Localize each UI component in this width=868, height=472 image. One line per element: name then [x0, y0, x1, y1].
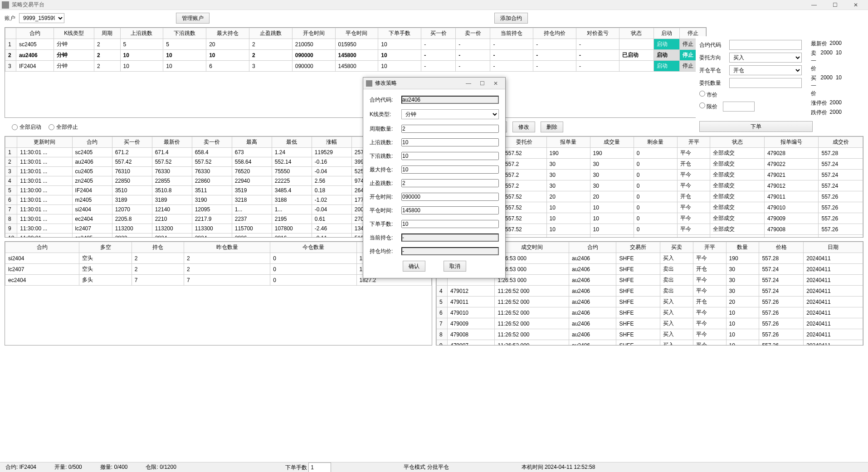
contract-code-input[interactable]: [729, 40, 802, 50]
direction-label: 委托方向: [699, 54, 727, 62]
strategy-controls: 全部启动 全部停止 增加 修改 删除: [5, 120, 707, 134]
strategy-row[interactable]: 3IF2404分钟210106309000014580010-----启动停止: [5, 61, 706, 72]
statusbar: 合约: IF2404 开量: 0/500 撤量: 0/400 仓限: 0/120…: [0, 462, 868, 472]
strategy-header: 上沿跳数: [120, 28, 163, 39]
table-row[interactable]: 947900711:26:52 000au2406SHFE买入平今10557.2…: [437, 340, 863, 346]
strategy-header: 卖一价: [456, 28, 490, 39]
dialog-title: 修改策略: [375, 79, 462, 87]
order-entry-panel: 合约代码 委托方向买入 开仓平仓开仓 委托数量 市价 限价 最新价2000 卖一…: [696, 36, 845, 136]
strategy-header: 最大持仓: [206, 28, 249, 39]
strategy-table: 合约K线类型周期上沿跳数下沿跳数最大持仓止盈跳数开仓时间平仓时间下单手数买一价卖…: [5, 28, 706, 72]
add-contract-button[interactable]: 添加合约: [494, 13, 528, 24]
dialog-max-button[interactable]: ☐: [475, 80, 489, 87]
dlg-period-input[interactable]: [401, 125, 499, 133]
status-lots-input[interactable]: [308, 462, 331, 472]
strategy-header: 持仓均价: [533, 28, 576, 39]
strategy-header: 下单手数: [378, 28, 421, 39]
table-row[interactable]: 847900811:26:52 000au2406SHFE买入平今10557.2…: [437, 329, 863, 340]
openclose-select[interactable]: 开仓: [729, 65, 802, 75]
modify-button[interactable]: 修改: [512, 122, 535, 132]
dlg-closetime-input[interactable]: [401, 206, 499, 214]
dialog-cancel-button[interactable]: 取消: [444, 261, 466, 272]
main-toolbar: 账户 9999_159599 管理账户 添加合约: [0, 10, 868, 26]
strategy-header: 下沿跳数: [163, 28, 206, 39]
radio-all-stop[interactable]: 全部停止: [49, 123, 78, 131]
strategy-header: K线类型: [54, 28, 94, 39]
strategy-table-container: 合约K线类型周期上沿跳数下沿跳数最大持仓止盈跳数开仓时间平仓时间下单手数买一价卖…: [5, 27, 707, 118]
minimize-button[interactable]: —: [804, 2, 824, 8]
table-row[interactable]: 647901011:26:52 000au2406SHFE买入平今10557.2…: [437, 307, 863, 318]
dialog-min-button[interactable]: —: [462, 80, 475, 87]
strategy-header: 买一价: [421, 28, 456, 39]
strategy-row[interactable]: 2au2406分钟2101010209000014580010-----已启动启…: [5, 50, 706, 61]
dlg-avgprice-input: [401, 247, 499, 255]
delete-button[interactable]: 删除: [541, 122, 563, 132]
dlg-curpos-input: [401, 234, 499, 242]
strategy-header: 当前持仓: [490, 28, 533, 39]
dlg-tpticks-input[interactable]: [401, 179, 499, 187]
strategy-header: 止盈跳数: [249, 28, 292, 39]
qty-input[interactable]: [729, 78, 802, 88]
table-row[interactable]: 547901111:26:52 000au2406SHFE买入开仓20557.2…: [437, 297, 863, 307]
table-row[interactable]: 747900911:26:52 000au2406SHFE买入平今10557.2…: [437, 318, 863, 329]
strategy-header: 周期: [94, 28, 121, 39]
manage-accounts-button[interactable]: 管理账户: [176, 13, 210, 24]
dlg-downticks-input[interactable]: [401, 152, 499, 160]
openclose-label: 开仓平仓: [699, 67, 727, 74]
account-select[interactable]: 9999_159599: [19, 13, 64, 23]
strategy-header: 开仓时间: [292, 28, 335, 39]
radio-all-start[interactable]: 全部启动: [12, 123, 41, 131]
radio-market[interactable]: 市价: [699, 91, 717, 99]
qty-label: 委托数量: [699, 79, 727, 87]
start-button[interactable]: 启动: [653, 50, 680, 61]
limit-price-input[interactable]: [723, 102, 755, 112]
radio-limit[interactable]: 限价: [699, 102, 717, 111]
dialog-close-button[interactable]: ✕: [489, 80, 502, 87]
table-row[interactable]: 447901211:26:52 000au2406SHFE卖出平今30557.2…: [437, 286, 863, 297]
dlg-opentime-input[interactable]: [401, 193, 499, 201]
dialog-ok-button[interactable]: 确认: [403, 261, 425, 272]
maximize-button[interactable]: ☐: [824, 2, 845, 8]
dlg-lots-input[interactable]: [401, 220, 499, 228]
start-button[interactable]: 启动: [653, 39, 680, 50]
strategy-header: 状态: [619, 28, 653, 39]
contract-code-label: 合约代码: [699, 41, 727, 49]
submit-order-button[interactable]: 下单: [699, 121, 813, 132]
strategy-header: 平仓时间: [335, 28, 378, 39]
strategy-header: 合约: [16, 28, 54, 39]
dlg-maxpos-input[interactable]: [401, 165, 499, 174]
app-icon: [2, 1, 9, 9]
dlg-contract-input: [401, 96, 499, 104]
dlg-kline-select[interactable]: 分钟: [401, 109, 499, 119]
titlebar: 策略交易平台 — ☐ ✕: [0, 0, 868, 10]
direction-select[interactable]: 买入: [729, 53, 802, 63]
modify-strategy-dialog: 修改策略 — ☐ ✕ 合约代码: K线类型:分钟 周期数量: 上沿跳数: 下沿跳…: [363, 77, 506, 278]
strategy-header: 启动: [653, 28, 680, 39]
app-title: 策略交易平台: [12, 1, 804, 9]
dlg-upticks-input[interactable]: [401, 138, 499, 146]
start-button[interactable]: 启动: [653, 61, 680, 72]
dialog-icon: [366, 80, 372, 87]
strategy-header: 对价盈亏: [576, 28, 619, 39]
close-button[interactable]: ✕: [845, 2, 866, 8]
strategy-row[interactable]: 1sc2405分钟25520221005001595010-----启动停止: [5, 39, 706, 50]
account-label: 账户: [5, 15, 15, 22]
